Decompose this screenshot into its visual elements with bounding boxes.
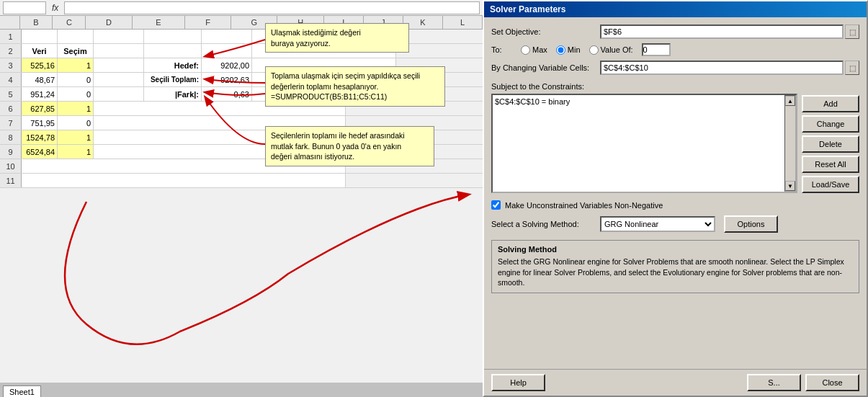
- table-row: 11: [0, 174, 483, 188]
- set-objective-input[interactable]: [600, 24, 844, 39]
- solving-method-select[interactable]: GRG Nonlinear LP Simplex Evolutionary: [600, 216, 715, 232]
- constraint-item: $C$4:$C$10 = binary: [495, 97, 782, 106]
- constraints-scrollbar[interactable]: ▲ ▼: [784, 95, 796, 192]
- radio-value-of-input[interactable]: [589, 45, 599, 55]
- name-box[interactable]: [3, 1, 46, 14]
- to-radio-group: Max Min Value Of:: [521, 43, 671, 56]
- constraints-list[interactable]: $C$4:$C$10 = binary: [493, 95, 784, 192]
- excel-area: fx B C D E F G H I J K L 1 2 Veri S: [0, 0, 483, 397]
- radio-value-of[interactable]: Value Of:: [589, 45, 633, 55]
- constraints-label: Subject to the Constraints:: [491, 82, 584, 91]
- solving-method-desc: Select the GRG Nonlinear engine for Solv…: [498, 257, 853, 288]
- set-objective-row: Set Objective: ⬚: [491, 24, 859, 39]
- cell-D2[interactable]: [94, 44, 144, 58]
- formula-input[interactable]: [64, 1, 480, 14]
- formula-bar: fx: [0, 0, 483, 16]
- help-button[interactable]: Help: [491, 374, 545, 391]
- cell-B9[interactable]: 6524,84: [22, 145, 58, 159]
- add-button[interactable]: Add: [802, 95, 859, 112]
- solving-method-section: Solving Method Select the GRG Nonlinear …: [491, 240, 859, 293]
- cell-C1[interactable]: [58, 30, 94, 43]
- cell-D1[interactable]: [94, 30, 144, 43]
- cell-D3[interactable]: [94, 58, 144, 72]
- cell-B5[interactable]: 951,24: [22, 87, 58, 101]
- unconstrained-checkbox-row: Make Unconstrained Variables Non-Negativ…: [491, 200, 859, 210]
- col-header-D[interactable]: D: [86, 16, 132, 29]
- cell-C5[interactable]: 0: [58, 87, 94, 101]
- radio-max-input[interactable]: [521, 45, 530, 55]
- fx-label: fx: [49, 3, 61, 13]
- dialog-content: Set Objective: ⬚ To: Max Min Val: [484, 17, 867, 369]
- radio-max-label: Max: [532, 45, 547, 54]
- cell-rest-11[interactable]: [22, 174, 346, 187]
- set-objective-field-group: ⬚: [600, 24, 859, 39]
- cell-B1[interactable]: [22, 30, 58, 43]
- solving-method-label: Select a Solving Method:: [491, 220, 596, 228]
- changing-cells-input[interactable]: [600, 61, 844, 75]
- constraints-buttons: Add Change Delete Reset All Load/Save: [802, 94, 859, 193]
- cell-C6[interactable]: 1: [58, 102, 94, 115]
- constraints-list-container: $C$4:$C$10 = binary ▲ ▼: [491, 94, 797, 193]
- dialog-footer: Help S... Close: [484, 369, 867, 396]
- cell-E1[interactable]: [144, 30, 202, 43]
- set-objective-collapse-btn[interactable]: ⬚: [845, 24, 859, 39]
- unconstrained-checkbox[interactable]: [491, 200, 501, 210]
- to-label: To:: [491, 45, 509, 54]
- cell-E4[interactable]: Seçili Toplam:: [144, 73, 202, 86]
- constraints-area: $C$4:$C$10 = binary ▲ ▼ Add Change Delet…: [491, 94, 859, 193]
- cell-F2[interactable]: [202, 44, 252, 58]
- to-row: To: Max Min Value Of:: [491, 43, 859, 56]
- col-header-C[interactable]: C: [53, 16, 86, 29]
- scroll-up-btn[interactable]: ▲: [785, 96, 795, 106]
- annotation-1: Ulaşmak istediğimiz değeriburaya yazıyor…: [265, 23, 409, 53]
- column-headers: B C D E F G H I J K L: [0, 16, 483, 30]
- cell-C9[interactable]: 1: [58, 145, 94, 159]
- scroll-down-btn[interactable]: ▼: [785, 181, 795, 191]
- footer-right-buttons: S... Close: [747, 374, 859, 391]
- cell-C7[interactable]: 0: [58, 116, 94, 130]
- sheet-tab-sheet1[interactable]: Sheet1: [3, 385, 41, 397]
- cell-D5[interactable]: [94, 87, 144, 101]
- change-button[interactable]: Change: [802, 115, 859, 133]
- col-header-K[interactable]: K: [403, 16, 443, 29]
- radio-max[interactable]: Max: [521, 45, 547, 55]
- table-row: 1: [0, 30, 483, 44]
- set-objective-label: Set Objective:: [491, 27, 596, 36]
- cell-F4[interactable]: 9202,63: [202, 73, 252, 86]
- cell-C3[interactable]: 1: [58, 58, 94, 72]
- col-header-L[interactable]: L: [443, 16, 483, 29]
- changing-cells-collapse-btn[interactable]: ⬚: [845, 61, 859, 75]
- radio-value-of-label: Value Of:: [601, 45, 633, 54]
- cell-C4[interactable]: 0: [58, 73, 94, 86]
- cell-F3[interactable]: 9202,00: [202, 58, 252, 72]
- cell-E3[interactable]: Hedef:: [144, 58, 202, 72]
- value-of-input[interactable]: [642, 43, 671, 56]
- solve-button[interactable]: S...: [747, 374, 801, 391]
- cell-E2[interactable]: [144, 44, 202, 58]
- radio-min[interactable]: Min: [556, 45, 581, 55]
- load-save-button[interactable]: Load/Save: [802, 176, 859, 193]
- changing-cells-row: By Changing Variable Cells: ⬚: [491, 61, 859, 75]
- cell-F5[interactable]: 0,63: [202, 87, 252, 101]
- cell-B4[interactable]: 48,67: [22, 73, 58, 86]
- cell-E5[interactable]: |Fark|:: [144, 87, 202, 101]
- cell-B8[interactable]: 1524,78: [22, 130, 58, 144]
- cell-C2[interactable]: Seçim: [58, 44, 94, 58]
- cell-F1[interactable]: [202, 30, 252, 43]
- unconstrained-label: Make Unconstrained Variables Non-Negativ…: [505, 201, 663, 210]
- cell-B7[interactable]: 751,95: [22, 116, 58, 130]
- radio-min-input[interactable]: [556, 45, 565, 55]
- cell-D4[interactable]: [94, 73, 144, 86]
- col-header-B[interactable]: B: [20, 16, 53, 29]
- cell-B6[interactable]: 627,85: [22, 102, 58, 115]
- cell-B3[interactable]: 525,16: [22, 58, 58, 72]
- delete-button[interactable]: Delete: [802, 135, 859, 153]
- col-header-F[interactable]: F: [185, 16, 231, 29]
- col-header-E[interactable]: E: [133, 16, 185, 29]
- cell-B2[interactable]: Veri: [22, 44, 58, 58]
- close-button[interactable]: Close: [805, 374, 859, 391]
- cell-C8[interactable]: 1: [58, 130, 94, 144]
- options-button[interactable]: Options: [724, 215, 778, 233]
- solving-method-title: Solving Method: [498, 245, 853, 254]
- reset-all-button[interactable]: Reset All: [802, 156, 859, 173]
